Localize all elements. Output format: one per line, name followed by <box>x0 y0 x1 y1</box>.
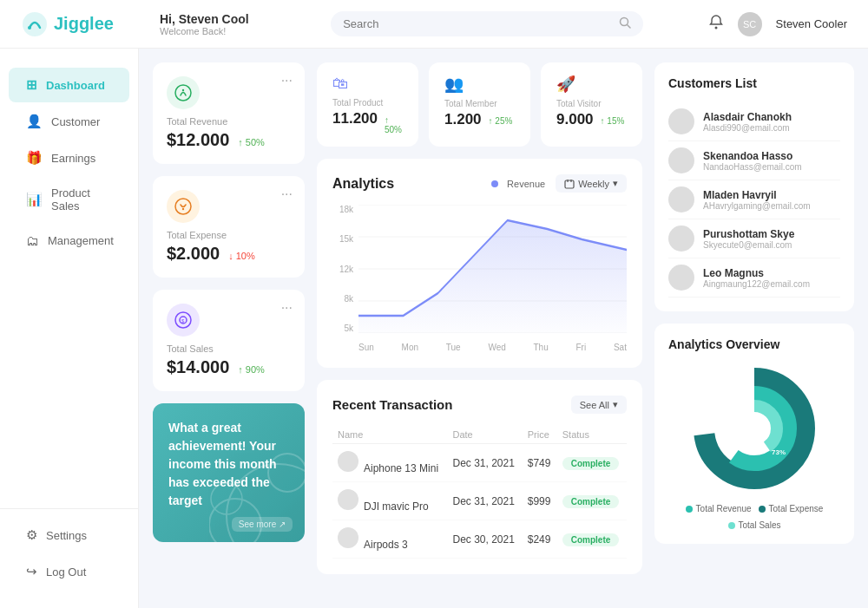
transactions-table: Name Date Price Status Aiphone 13 Mini D… <box>332 426 627 559</box>
customer-avatar <box>668 147 694 173</box>
stat-change-0: ↑ 50% <box>385 115 403 134</box>
customer-item[interactable]: Purushottam Skye Skyecute0@email.com <box>668 219 840 258</box>
sidebar-main-items: ⊞Dashboard👤Customer🎁Earnings📊Product Sal… <box>0 66 138 259</box>
achievement-text: What a great achievement! Your income th… <box>168 419 289 510</box>
customer-item[interactable]: Mladen Havryil AHavrylgaming@email.com <box>668 180 840 219</box>
logo: Jigglee <box>21 10 160 38</box>
customer-email: Aingmaung122@email.com <box>703 279 810 289</box>
sales-label: Total Sales <box>167 343 291 354</box>
table-row: Aiphone 13 Mini Dec 31, 2021 $749 Comple… <box>332 444 627 482</box>
stat-card-0: 🛍 Total Product 11.200 ↑ 50% <box>317 62 418 147</box>
sidebar-item-dashboard[interactable]: ⊞Dashboard <box>9 68 129 102</box>
svg-rect-16 <box>565 180 574 188</box>
x-axis: Sun Mon Tue Wed Thu Fri Sat <box>358 343 627 352</box>
stat-icon-1: 👥 <box>444 75 515 94</box>
overview-title: Analytics Overview <box>668 337 840 351</box>
customers-card: Customers List Alasdair Chanokh Alasdi99… <box>654 62 854 311</box>
sales-icon-wrap: $ <box>167 304 200 337</box>
dot-total-sales <box>728 522 735 529</box>
stats-row: 🛍 Total Product 11.200 ↑ 50% 👥 Total Mem… <box>317 62 642 147</box>
header: Jigglee Hi, Steven Cool Welcome Back! SC… <box>0 0 868 49</box>
svg-text:60%: 60% <box>746 425 760 433</box>
chevron-down-icon: ▾ <box>613 178 618 189</box>
customer-name: Mladen Havryil <box>703 189 811 201</box>
expense-label: Total Expense <box>167 230 291 240</box>
bell-icon[interactable] <box>708 14 724 34</box>
card-dots[interactable]: ··· <box>281 186 293 202</box>
revenue-label: Total Revenue <box>167 116 291 127</box>
card-dots[interactable]: ··· <box>281 300 293 316</box>
search-input[interactable] <box>343 17 612 30</box>
sidebar-label-settings: Settings <box>46 529 87 542</box>
legend-total-sales: Total Sales <box>728 520 781 530</box>
sidebar-item-product-sales[interactable]: 📊Product Sales <box>9 177 129 222</box>
dot-total-expense <box>759 506 766 513</box>
sidebar-item-management[interactable]: 🗂Management <box>9 224 129 258</box>
settings-icon: ⚙ <box>26 527 37 543</box>
tx-price: $999 <box>523 482 557 520</box>
tx-date: Dec 31, 2021 <box>447 482 522 520</box>
dashboard-icon: ⊞ <box>26 77 37 93</box>
sidebar-label-customer: Customer <box>51 115 100 128</box>
sidebar-item-logout[interactable]: ↪Log Out <box>9 554 129 588</box>
status-badge: Complete <box>562 457 620 470</box>
svg-text:73%: 73% <box>772 448 786 456</box>
customer-info: Purushottam Skye Skyecute0@email.com <box>703 228 794 250</box>
search-icon <box>619 16 631 31</box>
card-revenue: ··· Total Revenue $12.000 ↑ 50% <box>153 62 305 164</box>
tx-body: Aiphone 13 Mini Dec 31, 2021 $749 Comple… <box>332 444 627 559</box>
header-welcome: Welcome Back! <box>160 26 299 36</box>
tx-avatar <box>338 451 358 472</box>
analytics-title: Analytics <box>332 176 394 192</box>
sidebar-item-settings[interactable]: ⚙Settings <box>9 518 129 552</box>
card-expense: ··· Total Expense $2.000 ↓ 10% <box>153 176 305 278</box>
customer-name: Alasdair Chanokh <box>703 111 792 123</box>
stat-label-1: Total Member <box>444 99 515 108</box>
expense-change: ↓ 10% <box>228 251 255 261</box>
tx-price: $749 <box>523 444 557 482</box>
legend-total-revenue: Total Revenue <box>686 504 752 513</box>
sidebar-label-management: Management <box>48 234 114 247</box>
sidebar-item-earnings[interactable]: 🎁Earnings <box>9 141 129 175</box>
card-dots[interactable]: ··· <box>281 73 293 88</box>
left-column: ··· Total Revenue $12.000 ↑ 50% ··· Tota… <box>153 62 305 542</box>
calendar-icon <box>564 179 575 189</box>
stat-label-2: Total Visitor <box>556 99 627 108</box>
stat-value-1: 1.200 <box>444 111 482 128</box>
sidebar-label-product-sales: Product Sales <box>51 186 112 212</box>
sales-change: ↑ 90% <box>238 364 265 375</box>
customer-info: Mladen Havryil AHavrylgaming@email.com <box>703 189 811 211</box>
weekly-button[interactable]: Weekly ▾ <box>556 174 627 193</box>
customer-info: Alasdair Chanokh Alasdi990@email.com <box>703 111 792 133</box>
customer-item[interactable]: Alasdair Chanokh Alasdi990@email.com <box>668 102 840 141</box>
avatar: SC <box>738 12 762 36</box>
logo-icon <box>21 10 49 38</box>
table-row: Airpods 3 Dec 30, 2021 $249 Complete <box>332 520 627 559</box>
logout-icon: ↪ <box>26 564 37 579</box>
customer-icon: 👤 <box>26 114 43 129</box>
customer-info: Leo Magnus Aingmaung122@email.com <box>703 267 810 289</box>
customer-email: Skyecute0@email.com <box>703 240 794 250</box>
legend-dot-revenue <box>491 180 498 187</box>
table-header: Name Date Price Status <box>332 426 627 444</box>
customer-item[interactable]: Leo Magnus Aingmaung122@email.com <box>668 258 840 297</box>
y-axis: 18k 15k 12k 8k 5k <box>332 205 357 333</box>
sales-icon: $ <box>174 311 193 330</box>
customer-item[interactable]: Skenandoa Hasso NandaoHass@email.com <box>668 141 840 180</box>
see-more-button[interactable]: See more ↗ <box>232 517 293 532</box>
stat-card-2: 🚀 Total Visitor 9.000 ↑ 15% <box>541 62 642 147</box>
sidebar-label-earnings: Earnings <box>51 152 95 165</box>
chart-svg <box>358 205 627 333</box>
customer-email: Alasdi990@email.com <box>703 123 792 133</box>
see-all-button[interactable]: See All ▾ <box>571 396 627 414</box>
sidebar-item-customer[interactable]: 👤Customer <box>9 104 129 139</box>
dot-total-revenue <box>686 506 693 513</box>
svg-point-6 <box>182 89 184 91</box>
header-right: SC Steven Cooler <box>708 12 847 36</box>
stat-change-1: ↑ 25% <box>489 116 513 126</box>
expense-value: $2.000 <box>167 244 220 264</box>
sidebar: ⊞Dashboard👤Customer🎁Earnings📊Product Sal… <box>0 49 139 588</box>
revenue-icon-wrap <box>167 76 200 109</box>
svg-point-0 <box>23 12 47 36</box>
customer-email: NandaoHass@email.com <box>703 162 802 172</box>
